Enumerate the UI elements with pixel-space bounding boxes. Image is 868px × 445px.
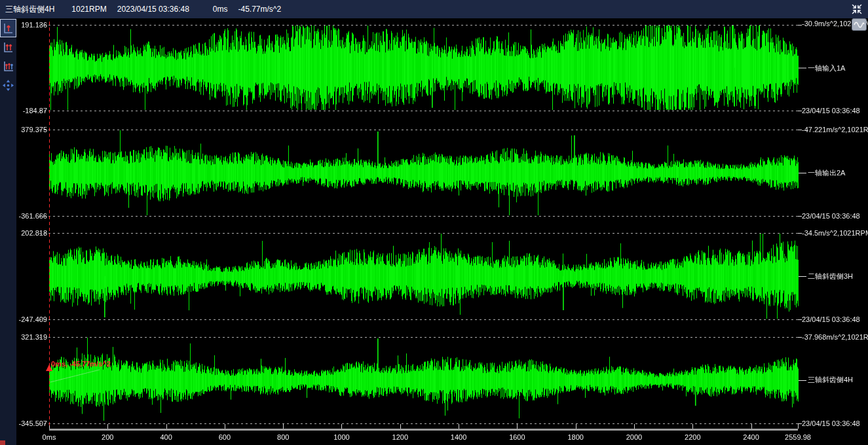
x-axis-tick-label: 1200 — [392, 433, 408, 441]
channel-info-label: -47.221m/s^2,1021RPM — [802, 125, 868, 134]
channel-timestamp-label: 23/04/15 03:36:48 — [802, 419, 860, 428]
x-axis-tick-label: 800 — [277, 433, 289, 441]
channel-timestamp-label: 23/04/15 03:36:48 — [802, 211, 860, 221]
x-axis-tick-label: 0ms — [43, 433, 56, 441]
waveform-plot-canvas[interactable] — [0, 0, 868, 445]
x-axis-tick-label: 200 — [102, 433, 113, 441]
move-cross-arrows-icon — [3, 80, 14, 91]
time-axis-scrollbar[interactable] — [49, 429, 798, 431]
channel-info-label: -37.968m/s^2,1021RPM — [802, 332, 868, 342]
cursor-amplitude-value: -45.77m/s^2 — [238, 5, 282, 14]
x-axis-tick-label: 2400 — [743, 433, 759, 441]
collapse-to-center-icon[interactable] — [851, 3, 863, 15]
dual-waveform-tool[interactable] — [1, 39, 16, 56]
bottom-left-marker — [0, 440, 5, 445]
rpm-value: 1021RPM — [71, 5, 106, 14]
channel-name-label: 三轴斜齿侧4H — [808, 375, 853, 384]
axis-two-red-arrows-icon — [3, 41, 14, 54]
channel-name-label: 一轴输出2A — [808, 168, 845, 177]
cursor-readout-label: 0ms, -45.77m/s^2 — [51, 360, 111, 368]
x-axis-tick-label: 1600 — [509, 433, 525, 441]
x-axis-tick-label: 2559.98 — [785, 433, 811, 441]
sine-wave-icon — [854, 21, 865, 29]
x-axis-tick-label: 400 — [160, 433, 172, 441]
axis-three-arrows-icon — [3, 60, 14, 73]
measurement-datetime: 2023/04/15 03:36:48 — [117, 5, 189, 14]
x-axis-tick-label: 2200 — [685, 433, 700, 441]
channel-info-label: -34.5m/s^2,1021RPM — [802, 228, 868, 238]
cursor-time-value: 0ms — [213, 5, 228, 14]
x-axis-tick-label: 2000 — [626, 433, 642, 441]
x-axis-tick-label: 600 — [219, 433, 231, 441]
x-axis-tick-label: 1800 — [567, 433, 583, 441]
top-status-bar: 三轴斜齿侧4H 1021RPM 2023/04/15 03:36:48 0ms … — [0, 0, 868, 18]
channel-name-label: 二轴斜齿侧3H — [808, 272, 853, 281]
left-toolbar — [0, 18, 16, 445]
multi-waveform-tool[interactable] — [1, 58, 16, 75]
waveform-display-button[interactable] — [852, 18, 867, 31]
app-window: 三轴斜齿侧4H 1021RPM 2023/04/15 03:36:48 0ms … — [0, 0, 868, 445]
channel-name-label: 一轴输入1A — [808, 63, 845, 73]
x-axis-tick-label: 1400 — [451, 433, 466, 441]
channel-timestamp-label: 23/04/15 03:36:48 — [802, 315, 860, 324]
pan-tool[interactable] — [1, 77, 16, 94]
x-axis-tick-label: 1000 — [333, 433, 349, 441]
measurement-point-title: 三轴斜齿侧4H — [5, 4, 54, 15]
single-waveform-tool[interactable] — [1, 20, 16, 37]
axis-one-red-arrow-icon — [3, 22, 14, 35]
channel-timestamp-label: 23/04/15 03:36:48 — [802, 106, 860, 115]
